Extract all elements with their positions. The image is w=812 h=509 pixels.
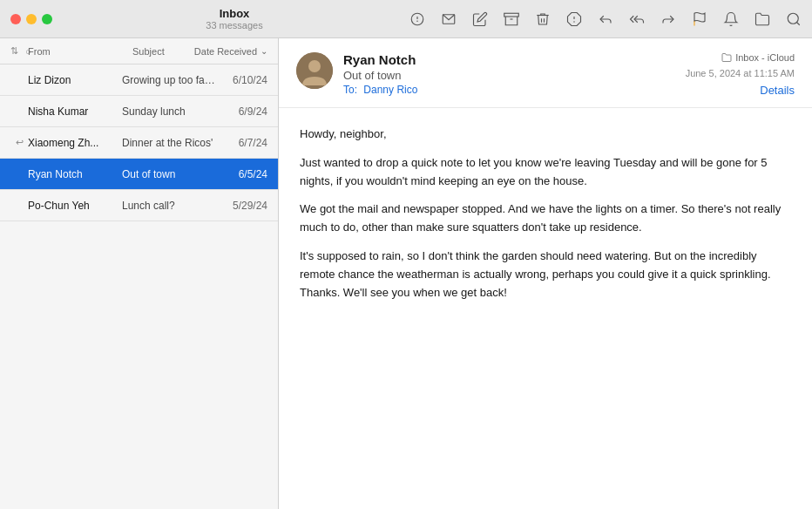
row-from: Ryan Notch — [28, 168, 115, 180]
row-from: Liz Dizon — [28, 74, 115, 86]
inbox-label: Inbox - iCloud — [735, 52, 795, 63]
row-date: 5/29/24 — [215, 200, 267, 212]
list-header: ⇅ ○ From Subject Date Received ⌄ — [0, 38, 278, 64]
row-indicator: ↩ — [10, 137, 28, 148]
body-paragraph-1: Howdy, neighbor, — [300, 126, 791, 144]
row-date: 6/5/24 — [215, 168, 267, 180]
email-row[interactable]: Liz Dizon Growing up too fast! 6/10/24 — [0, 64, 278, 96]
svg-point-10 — [788, 13, 798, 24]
details-link[interactable]: Details — [760, 84, 795, 97]
svg-point-13 — [308, 60, 321, 72]
maximize-button[interactable] — [42, 14, 52, 24]
trash-icon[interactable] — [535, 11, 551, 27]
row-subject: Dinner at the Ricos' — [115, 137, 215, 149]
sort-icon[interactable]: ⇅ — [10, 45, 18, 57]
body-paragraph-2: Just wanted to drop a quick note to let … — [300, 154, 791, 191]
sender-name: Ryan Notch — [343, 52, 675, 67]
column-subject: Subject — [132, 46, 194, 57]
email-header-top: Ryan Notch Out of town To: Danny Rico In… — [296, 52, 795, 97]
reply-icon[interactable] — [598, 11, 613, 27]
replied-icon: ↩ — [16, 137, 24, 148]
row-from: Po-Chun Yeh — [28, 200, 115, 212]
email-row[interactable]: Nisha Kumar Sunday lunch 6/9/24 — [0, 96, 278, 127]
row-date: 6/9/24 — [215, 105, 267, 118]
row-subject: Lunch call? — [115, 200, 215, 212]
email-row[interactable]: ↩ Xiaomeng Zh... Dinner at the Ricos' 6/… — [0, 127, 278, 159]
column-date: Date Received ⌄ — [194, 46, 267, 57]
email-rows: Liz Dizon Growing up too fast! 6/10/24 N… — [0, 64, 278, 509]
email-header: Ryan Notch Out of town To: Danny Rico In… — [279, 38, 812, 108]
titlebar-center: Inbox 33 messages — [66, 7, 403, 31]
message-count: 33 messages — [206, 20, 262, 31]
svg-line-11 — [796, 22, 799, 24]
junk-icon[interactable] — [566, 11, 582, 27]
note-icon[interactable] — [409, 11, 425, 27]
flag-icon[interactable] — [692, 11, 707, 27]
email-detail-panel: Ryan Notch Out of town To: Danny Rico In… — [279, 38, 812, 509]
close-button[interactable] — [10, 14, 21, 24]
email-subject: Out of town — [343, 69, 675, 82]
svg-rect-4 — [504, 13, 519, 17]
email-datetime: June 5, 2024 at 11:15 AM — [686, 68, 795, 78]
body-paragraph-3: We got the mail and newspaper stopped. A… — [300, 200, 791, 237]
row-from: Nisha Kumar — [28, 105, 115, 118]
email-row-selected[interactable]: Ryan Notch Out of town 6/5/24 — [0, 159, 278, 190]
row-subject: Growing up too fast! — [115, 74, 215, 86]
search-icon[interactable] — [786, 11, 802, 27]
titlebar: Inbox 33 messages — [0, 0, 812, 38]
sort-chevron-icon[interactable]: ⌄ — [261, 46, 267, 56]
reply-all-icon[interactable] — [629, 11, 645, 27]
row-from: Xiaomeng Zh... — [28, 137, 115, 149]
email-row[interactable]: Po-Chun Yeh Lunch call? 5/29/24 — [0, 190, 278, 221]
archive-icon[interactable] — [504, 11, 519, 27]
avatar — [296, 52, 333, 89]
column-from: From — [28, 46, 132, 57]
main-container: ⇅ ○ From Subject Date Received ⌄ Liz Diz… — [0, 38, 812, 509]
minimize-button[interactable] — [26, 14, 37, 24]
compose-icon[interactable] — [472, 11, 488, 27]
envelope-icon[interactable] — [441, 11, 457, 27]
toolbar — [409, 11, 802, 27]
avatar-image — [296, 52, 333, 89]
row-subject: Sunday lunch — [115, 105, 215, 118]
inbox-tag: Inbox - iCloud — [721, 52, 795, 63]
forward-icon[interactable] — [660, 11, 676, 27]
body-paragraph-4: It's supposed to rain, so I don't think … — [300, 248, 791, 302]
bell-icon[interactable] — [723, 11, 739, 27]
traffic-lights — [10, 14, 52, 24]
email-meta: Ryan Notch Out of town To: Danny Rico — [343, 52, 675, 96]
to-name: Danny Rico — [363, 84, 417, 96]
row-date: 6/10/24 — [215, 74, 267, 86]
row-subject: Out of town — [115, 168, 215, 180]
folder-icon[interactable] — [754, 11, 770, 27]
window-title: Inbox — [220, 7, 250, 20]
email-body: Howdy, neighbor, Just wanted to drop a q… — [279, 108, 812, 509]
email-list-panel: ⇅ ○ From Subject Date Received ⌄ Liz Diz… — [0, 38, 279, 509]
email-header-right: Inbox - iCloud June 5, 2024 at 11:15 AM … — [686, 52, 795, 97]
email-to: To: Danny Rico — [343, 84, 675, 96]
row-date: 6/7/24 — [215, 137, 267, 149]
